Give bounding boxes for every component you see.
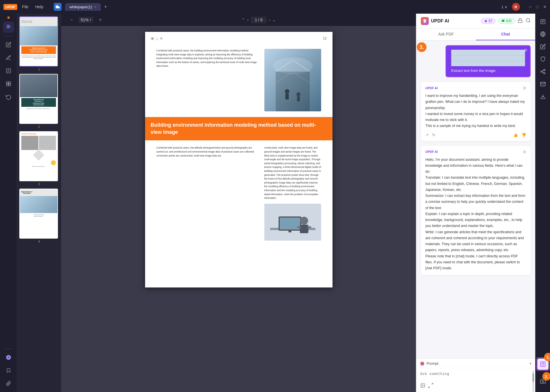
building-image (264, 49, 321, 111)
titlebar-right: 1 ∨ R (501, 3, 520, 11)
sidebar-icon-attachment[interactable] (3, 378, 14, 389)
sidebar-icon-bookmark[interactable] (3, 365, 14, 376)
svg-rect-8 (6, 82, 8, 84)
svg-rect-9 (9, 82, 11, 84)
page-icon-1: ▣ (151, 36, 154, 40)
svg-point-50 (543, 72, 545, 74)
tab-close-btn[interactable]: × (94, 5, 96, 9)
ai-message-2: UPDF AI ⊞ Hello, I'm your document assis… (421, 146, 531, 276)
svg-point-19 (285, 89, 289, 94)
prompt-dot-icon (420, 362, 424, 366)
zoom-out-btn[interactable]: − (67, 15, 76, 24)
svg-rect-20 (285, 94, 289, 99)
worker-image (264, 204, 321, 241)
page-prev-btn[interactable]: ‹ (247, 18, 249, 22)
right-sidebar: 1. 2. (535, 14, 550, 392)
page-display[interactable]: 1 / 8 (251, 16, 266, 23)
page-next-btn[interactable]: › (269, 18, 270, 22)
svg-point-48 (543, 69, 545, 71)
pdf-page: ▣ △ ⊕ 12 Combined with practical cases, … (145, 32, 332, 287)
screenshot-icon[interactable] (428, 383, 433, 389)
ask-input-field[interactable] (420, 370, 531, 381)
svg-rect-1 (7, 26, 10, 26)
page-first-btn[interactable]: ⌃ (242, 18, 245, 22)
page-num-2: 2 (19, 125, 59, 128)
tab-ask-pdf[interactable]: Ask PDF (416, 28, 476, 40)
main-area: Building environmentinformation modeling… (0, 14, 550, 392)
page-main-content: Combined with practical cases, the build… (156, 49, 321, 111)
tab-chat[interactable]: Chat (476, 28, 536, 40)
thumbnail-img-3: Geometric Philosophy Geometric content a… (19, 131, 58, 181)
input-row (420, 370, 531, 381)
sidebar-icon-pages[interactable] (3, 22, 14, 33)
minimize-btn[interactable]: ─ (529, 5, 532, 9)
thumbs-down-icon[interactable]: 👎 (521, 133, 526, 137)
copy-btn-popup[interactable]: ⊞ (524, 48, 527, 52)
tab-whitepaper[interactable]: whitepaper(1) × (65, 3, 101, 11)
prompt-dropdown-arrow[interactable]: ▾ (530, 362, 531, 366)
thumbnail-page-4[interactable]: Basic Elements ofPlane Space 1. KNOW THE… (19, 189, 59, 243)
pdf-content-area[interactable]: ▣ △ ⊕ 12 Combined with practical cases, … (61, 26, 416, 392)
page-last-btn[interactable]: ⌄ (272, 18, 276, 22)
sidebar-icon-organize[interactable] (3, 78, 14, 89)
page-left-text: Combined with practical cases, the build… (156, 49, 259, 111)
extract-preview-img (451, 50, 525, 66)
sidebar-icon-annotate[interactable] (3, 52, 14, 63)
prompt-label: Prompt (426, 361, 527, 366)
right-sidebar-download[interactable] (538, 91, 548, 102)
cloud-icon[interactable] (54, 3, 62, 11)
sidebar-icon-ai[interactable] (3, 352, 14, 363)
extract-text: Extract text from the image. (451, 68, 525, 73)
ai-chat-area[interactable]: 3. ⊞ Extract text from the image. UPDF A… (416, 41, 535, 358)
right-sidebar-edit[interactable] (538, 41, 548, 52)
svg-point-28 (300, 217, 308, 225)
zoom-dropdown-arrow[interactable]: ▾ (90, 18, 91, 21)
svg-rect-0 (7, 25, 9, 26)
refresh-icon[interactable]: ↻ (432, 133, 436, 137)
menu-help[interactable]: Help (35, 5, 43, 9)
message-1-actions: ↗ ↻ 👍 👎 (425, 133, 526, 137)
maximize-btn[interactable]: □ (536, 5, 539, 9)
close-btn[interactable]: ✕ (543, 5, 547, 9)
svg-rect-35 (451, 50, 525, 66)
thumbnail-page-2[interactable]: Preservation andinheritance ofarchitectu… (19, 74, 59, 128)
sidebar-icon-convert[interactable] (3, 91, 14, 103)
right-sidebar-share[interactable] (538, 66, 548, 77)
sidebar-icon-forms[interactable] (3, 65, 14, 76)
menu-file[interactable]: File (22, 5, 28, 9)
tab-add-btn[interactable]: + (102, 4, 110, 10)
left-sidebar (0, 14, 17, 392)
page-right-image (264, 49, 321, 111)
page-icon-2: △ (156, 36, 158, 40)
user-avatar[interactable]: R (512, 3, 520, 11)
input-toolbar (420, 383, 531, 389)
step-2-number: 2. (542, 372, 550, 381)
ai-lock-icon[interactable] (518, 18, 523, 24)
badge2-num: 835 (506, 19, 512, 23)
message-2-copy[interactable]: ⊞ (523, 150, 526, 154)
share-icon[interactable]: ↗ (425, 133, 429, 137)
ai-search-icon[interactable] (526, 18, 531, 24)
ai-header-right: 97 835 (481, 18, 531, 24)
right-sidebar-translate[interactable] (538, 29, 548, 39)
bottom-right-text: constructed, multi-view image data are f… (264, 146, 321, 200)
zoom-in-btn[interactable]: + (96, 15, 105, 24)
thumbnail-page-1[interactable]: Building environmentinformation modeling… (19, 16, 59, 71)
sidebar-icon-edit[interactable] (3, 39, 14, 50)
thumbnail-page-3[interactable]: Geometric Philosophy Geometric content a… (19, 131, 59, 186)
page-num-1: 1 (19, 68, 59, 71)
right-sidebar-protect[interactable] (538, 54, 548, 64)
tab-label: whitepaper(1) (70, 5, 92, 9)
page-bottom-content: Combined with practical cases, low-altit… (156, 146, 321, 240)
right-sidebar-ocr[interactable] (538, 16, 548, 27)
svg-point-33 (526, 18, 530, 22)
message-1-sender: UPDF AI (425, 86, 438, 90)
chat-scrollbar[interactable] (532, 370, 534, 392)
sidebar-bottom (3, 347, 14, 389)
message-1-copy[interactable]: ⊞ (523, 86, 526, 90)
thumbs-up-icon[interactable]: 👍 (513, 133, 518, 137)
input-icon-group (420, 383, 433, 389)
image-upload-icon[interactable] (420, 383, 425, 389)
right-sidebar-mail[interactable] (538, 79, 548, 89)
prompt-selector[interactable]: Prompt ▾ (420, 361, 531, 368)
